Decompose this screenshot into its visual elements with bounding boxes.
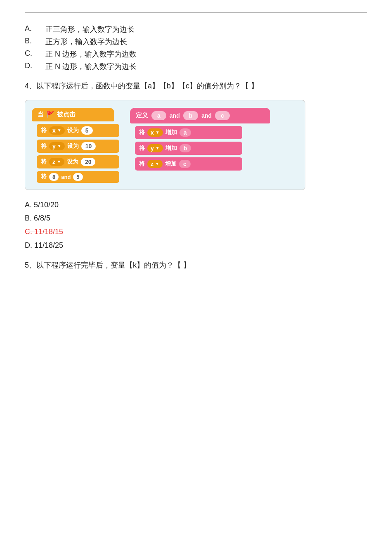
define-label: 定义 xyxy=(136,111,148,119)
inc-x-block: 将 x ▼ 增加 a xyxy=(135,126,242,139)
question-5: 5、以下程序运行完毕后，变量【k】的值为？【 】 xyxy=(25,259,367,272)
answer-4d: D. 11/18/25 xyxy=(25,240,367,251)
set-z-block: 将 z ▼ 设为 20 xyxy=(37,155,119,168)
and-bc: and xyxy=(201,112,212,119)
inc-y-label: 将 xyxy=(139,145,145,152)
inc-x-action: 增加 xyxy=(165,129,177,136)
and-val2: 5 xyxy=(73,173,83,181)
question-4: 4、以下程序运行后，函数中的变量【a】【b】【c】的值分别为？【 】 xyxy=(25,80,367,92)
param-b: b xyxy=(183,111,198,120)
answer-4b: B. 6/8/5 xyxy=(25,212,367,224)
inc-y-action: 增加 xyxy=(165,145,177,152)
option-b-letter: B. xyxy=(25,37,45,45)
inc-x-var: x ▼ xyxy=(147,128,163,137)
option-a: A. 正三角形，输入数字为边长 xyxy=(25,24,367,34)
inc-x-label: 将 xyxy=(139,129,145,136)
option-c: C. 正 N 边形，输入数字为边数 xyxy=(25,49,367,59)
set-y-block: 将 y ▼ 设为 10 xyxy=(37,140,119,153)
inc-z-label: 将 xyxy=(139,160,145,168)
option-d-text: 正 N 边形，输入数字为边长 xyxy=(45,62,137,71)
event-block: 当 🚩 被点击 xyxy=(32,108,114,121)
set-y-action: 设为 xyxy=(67,142,79,150)
set-z-value: 20 xyxy=(81,158,96,166)
and-block-label: 将 xyxy=(41,173,47,180)
set-x-block: 将 x ▼ 设为 5 xyxy=(37,124,119,137)
set-y-label: 将 xyxy=(41,142,47,150)
inc-z-var: z ▼ xyxy=(147,160,163,168)
left-panel: 当 🚩 被点击 将 x ▼ 设为 5 将 y ▼ 设为 10 将 z ▼ 设为 … xyxy=(32,108,123,183)
inc-z-param: c xyxy=(179,160,191,168)
set-x-label: 将 xyxy=(41,127,47,134)
right-panel: 定义 a and b and c 将 x ▼ 增加 a 将 y ▼ 增加 b 将… xyxy=(130,108,270,171)
set-y-value: 10 xyxy=(81,142,96,150)
flag-icon: 🚩 xyxy=(46,111,54,119)
set-z-var: z ▼ xyxy=(49,158,64,166)
option-d-letter: D. xyxy=(25,62,45,70)
inc-z-action: 增加 xyxy=(165,160,177,168)
set-x-value: 5 xyxy=(81,126,93,135)
event-label: 当 xyxy=(38,111,44,119)
option-c-letter: C. xyxy=(25,49,45,58)
define-block: 定义 a and b and c xyxy=(130,108,270,123)
option-b-text: 正方形，输入数字为边长 xyxy=(45,37,127,47)
inc-x-param: a xyxy=(179,128,191,137)
answer-4c: C. 11/18/15 xyxy=(25,226,367,238)
param-a: a xyxy=(151,111,166,120)
set-y-var: y ▼ xyxy=(49,142,65,150)
and-word: and xyxy=(61,174,71,180)
and-block: 将 8 and 5 xyxy=(37,171,119,183)
option-c-text: 正 N 边形，输入数字为边数 xyxy=(45,49,137,59)
option-d: D. 正 N 边形，输入数字为边长 xyxy=(25,62,367,71)
set-z-action: 设为 xyxy=(67,158,78,166)
options-list: A. 正三角形，输入数字为边长 B. 正方形，输入数字为边长 C. 正 N 边形… xyxy=(25,24,367,71)
and-ab: and xyxy=(170,112,180,119)
param-c: c xyxy=(215,111,230,120)
set-x-action: 设为 xyxy=(67,127,79,134)
event-suffix: 被点击 xyxy=(57,111,76,119)
option-a-text: 正三角形，输入数字为边长 xyxy=(45,24,135,34)
set-z-label: 将 xyxy=(41,158,47,166)
and-val1: 8 xyxy=(49,173,59,181)
inc-y-param: b xyxy=(179,144,191,152)
answers-list-4: A. 5/10/20 B. 6/8/5 C. 11/18/15 D. 11/18… xyxy=(25,199,367,251)
option-b: B. 正方形，输入数字为边长 xyxy=(25,37,367,47)
divider xyxy=(25,12,367,13)
option-a-letter: A. xyxy=(25,24,45,33)
inc-z-block: 将 z ▼ 增加 c xyxy=(135,157,242,171)
set-x-var: x ▼ xyxy=(49,126,65,135)
answer-4a: A. 5/10/20 xyxy=(25,199,367,211)
scratch-diagram: 当 🚩 被点击 将 x ▼ 设为 5 将 y ▼ 设为 10 将 z ▼ 设为 … xyxy=(25,100,305,190)
inc-y-var: y ▼ xyxy=(147,144,163,152)
inc-y-block: 将 y ▼ 增加 b xyxy=(135,142,242,155)
